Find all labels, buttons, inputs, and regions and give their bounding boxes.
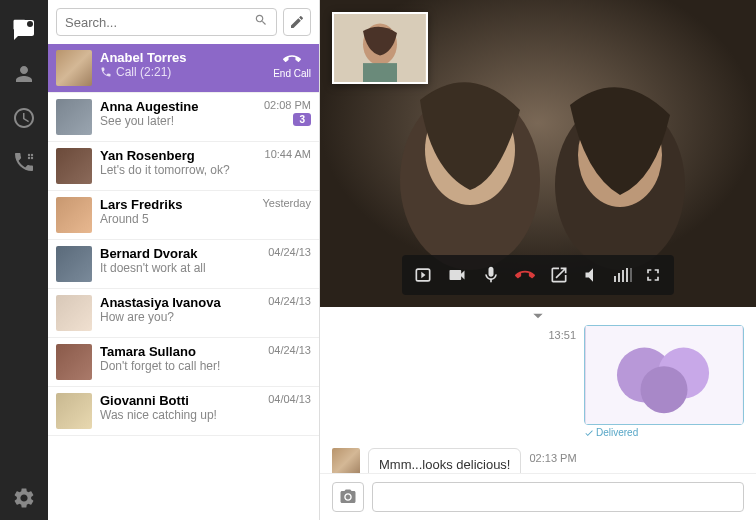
dialpad-icon[interactable] bbox=[8, 146, 40, 178]
conversation-item[interactable]: Tamara SullanoDon't forget to call her! … bbox=[48, 338, 319, 387]
search-icon bbox=[254, 13, 268, 31]
svg-rect-12 bbox=[363, 63, 397, 82]
avatar bbox=[56, 246, 92, 282]
conversation-time: 04/24/13 bbox=[268, 344, 311, 356]
chat-column: 13:51 Delivered Mmm...looks delicious! 0… bbox=[320, 0, 756, 520]
volume-level[interactable] bbox=[610, 268, 636, 282]
svg-point-3 bbox=[28, 157, 30, 159]
avatar bbox=[56, 197, 92, 233]
contact-name: Anastasiya Ivanova bbox=[100, 295, 260, 310]
end-call-button[interactable]: End Call bbox=[273, 50, 311, 79]
contact-subtitle: Was nice catching up! bbox=[100, 408, 260, 422]
message-time: 02:13 PM bbox=[529, 452, 576, 464]
conversation-item[interactable]: Lars FredriksAround 5 Yesterday bbox=[48, 191, 319, 240]
contact-subtitle: Let's do it tomorrow, ok? bbox=[100, 163, 257, 177]
avatar bbox=[56, 50, 92, 86]
popout-icon[interactable] bbox=[542, 261, 576, 289]
camera-icon[interactable] bbox=[440, 261, 474, 289]
contact-name: Bernard Dvorak bbox=[100, 246, 260, 261]
conversation-column: Anabel Torres Call (2:21) End Call Anna … bbox=[48, 0, 320, 520]
search-row bbox=[48, 0, 319, 44]
conversation-item[interactable]: Anabel Torres Call (2:21) End Call bbox=[48, 44, 319, 93]
svg-point-0 bbox=[27, 21, 33, 27]
compose-button[interactable] bbox=[283, 8, 311, 36]
video-self-preview[interactable] bbox=[332, 12, 428, 84]
conversation-time: 02:08 PM bbox=[264, 99, 311, 111]
transfer-icon[interactable] bbox=[406, 261, 440, 289]
conversation-time: Yesterday bbox=[262, 197, 311, 209]
message-row: 13:51 Delivered bbox=[332, 325, 744, 438]
video-call-area bbox=[320, 0, 756, 307]
scroll-indicator-icon bbox=[332, 311, 744, 321]
search-input[interactable] bbox=[65, 15, 254, 30]
message-input-row bbox=[320, 473, 756, 520]
contact-subtitle: Around 5 bbox=[100, 212, 254, 226]
contact-name: Anabel Torres bbox=[100, 50, 265, 65]
contact-name: Yan Rosenberg bbox=[100, 148, 257, 163]
contact-name: Tamara Sullano bbox=[100, 344, 260, 359]
svg-point-4 bbox=[31, 157, 33, 159]
message-bubble: Mmm...looks delicious! bbox=[368, 448, 521, 473]
svg-point-2 bbox=[31, 154, 33, 156]
attach-photo-button[interactable] bbox=[332, 482, 364, 512]
svg-point-1 bbox=[28, 154, 30, 156]
conversation-list: Anabel Torres Call (2:21) End Call Anna … bbox=[48, 44, 319, 520]
contact-subtitle: It doesn't work at all bbox=[100, 261, 260, 275]
settings-icon[interactable] bbox=[8, 482, 40, 514]
contact-subtitle: How are you? bbox=[100, 310, 260, 324]
conversation-time: 10:44 AM bbox=[265, 148, 311, 160]
video-controls bbox=[402, 255, 674, 295]
recent-icon[interactable] bbox=[8, 102, 40, 134]
message-status: Delivered bbox=[584, 427, 744, 438]
contact-name: Anna Augestine bbox=[100, 99, 256, 114]
message-area: 13:51 Delivered Mmm...looks delicious! 0… bbox=[320, 307, 756, 473]
unread-badge: 3 bbox=[293, 113, 311, 126]
chats-icon[interactable] bbox=[8, 14, 40, 46]
message-avatar bbox=[332, 448, 360, 473]
conversation-item[interactable]: Bernard DvorakIt doesn't work at all 04/… bbox=[48, 240, 319, 289]
contact-subtitle: Call (2:21) bbox=[100, 65, 265, 79]
avatar bbox=[56, 148, 92, 184]
contact-subtitle: See you later! bbox=[100, 114, 256, 128]
fullscreen-icon[interactable] bbox=[636, 261, 670, 289]
contacts-icon[interactable] bbox=[8, 58, 40, 90]
message-time: 13:51 bbox=[548, 329, 576, 341]
avatar bbox=[56, 99, 92, 135]
search-box[interactable] bbox=[56, 8, 277, 36]
sidebar bbox=[0, 0, 48, 520]
message-input[interactable] bbox=[372, 482, 744, 512]
svg-point-17 bbox=[640, 366, 687, 413]
volume-icon[interactable] bbox=[576, 261, 610, 289]
microphone-icon[interactable] bbox=[474, 261, 508, 289]
contact-name: Lars Fredriks bbox=[100, 197, 254, 212]
conversation-time: 04/24/13 bbox=[268, 295, 311, 307]
end-call-label: End Call bbox=[273, 68, 311, 79]
avatar bbox=[56, 295, 92, 331]
conversation-time: 04/24/13 bbox=[268, 246, 311, 258]
avatar bbox=[56, 344, 92, 380]
message-row: Mmm...looks delicious! 02:13 PM bbox=[332, 448, 744, 473]
contact-subtitle: Don't forget to call her! bbox=[100, 359, 260, 373]
avatar bbox=[56, 393, 92, 429]
conversation-item[interactable]: Giovanni BottiWas nice catching up! 04/0… bbox=[48, 387, 319, 436]
message-image[interactable] bbox=[584, 325, 744, 425]
conversation-item[interactable]: Anna AugestineSee you later! 02:08 PM3 bbox=[48, 93, 319, 142]
conversation-item[interactable]: Yan RosenbergLet's do it tomorrow, ok? 1… bbox=[48, 142, 319, 191]
conversation-time: 04/04/13 bbox=[268, 393, 311, 405]
hangup-icon[interactable] bbox=[508, 261, 542, 289]
conversation-item[interactable]: Anastasiya IvanovaHow are you? 04/24/13 bbox=[48, 289, 319, 338]
contact-name: Giovanni Botti bbox=[100, 393, 260, 408]
